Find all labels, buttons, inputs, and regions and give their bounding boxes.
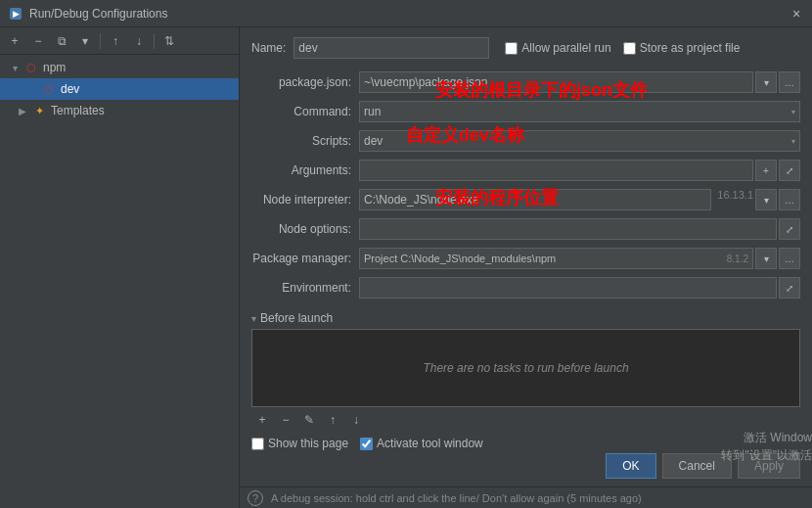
environment-browse-btn[interactable]: ⤢ xyxy=(779,277,800,299)
apply-button[interactable]: Apply xyxy=(738,453,800,479)
separator xyxy=(100,33,101,49)
node-interpreter-label: Node interpreter: xyxy=(251,193,359,207)
sidebar-toolbar: + − ⧉ ▾ ↑ ↓ ⇅ xyxy=(0,27,239,55)
app-icon: ▶ xyxy=(8,6,23,22)
before-launch-remove-btn[interactable]: − xyxy=(275,409,296,431)
arguments-field: + ⤢ xyxy=(359,160,800,181)
environment-field: ⤢ xyxy=(359,277,800,299)
before-launch-down-btn[interactable]: ↓ xyxy=(345,409,367,431)
scripts-dropdown-arrow: ▾ xyxy=(791,137,795,146)
show-page-checkbox[interactable] xyxy=(251,438,264,450)
sidebar-item-dev[interactable]: ⬡ dev xyxy=(0,78,239,100)
help-button[interactable]: ? xyxy=(248,490,263,506)
environment-label: Environment: xyxy=(251,281,359,295)
arguments-input[interactable] xyxy=(359,160,753,181)
close-button[interactable]: × xyxy=(789,6,804,22)
allow-parallel-row: Allow parallel run xyxy=(505,41,610,55)
command-value: run xyxy=(364,105,381,118)
show-page-label: Show this page xyxy=(268,437,348,450)
scripts-dropdown[interactable]: dev ▾ xyxy=(359,130,800,152)
command-dropdown-arrow: ▾ xyxy=(791,108,795,116)
node-interpreter-browse-btn[interactable]: … xyxy=(779,189,800,210)
dialog-title: Run/Debug Configurations xyxy=(29,7,789,21)
config-panel: Name: Allow parallel run Store as projec… xyxy=(240,27,812,508)
scripts-field: dev ▾ xyxy=(359,130,800,152)
svg-text:▶: ▶ xyxy=(13,9,20,19)
templates-icon: ✦ xyxy=(31,103,47,118)
package-json-row: package.json: ▾ … xyxy=(251,70,800,94)
cancel-button[interactable]: Cancel xyxy=(662,453,732,479)
name-input[interactable] xyxy=(293,37,489,59)
add-config-button[interactable]: + xyxy=(4,30,25,52)
node-interpreter-input[interactable] xyxy=(359,189,711,210)
scripts-label: Scripts: xyxy=(251,134,359,148)
environment-input[interactable] xyxy=(359,277,777,299)
node-interpreter-dropdown-btn[interactable]: ▾ xyxy=(755,189,777,210)
sidebar-item-npm[interactable]: ▾ ⬡ npm xyxy=(0,57,239,78)
package-manager-value: Project C:\Node_JS\node_modules\npm xyxy=(364,253,556,264)
config-dropdown-button[interactable]: ▾ xyxy=(74,30,96,52)
before-launch-label: Before launch xyxy=(260,311,333,325)
node-options-expand-btn[interactable]: ⤢ xyxy=(779,218,800,240)
package-json-input-group: ▾ … xyxy=(359,71,800,93)
dev-npm-icon: ⬡ xyxy=(41,81,57,97)
activate-tool-checkbox[interactable] xyxy=(360,438,373,450)
copy-config-button[interactable]: ⧉ xyxy=(51,30,72,52)
arguments-row: Arguments: + ⤢ xyxy=(251,159,800,182)
package-manager-version: 8.1.2 xyxy=(727,254,748,264)
templates-arrow: ▶ xyxy=(16,104,29,117)
separator2 xyxy=(154,33,155,49)
allow-parallel-label: Allow parallel run xyxy=(521,41,610,55)
status-bar: ? A debug session: hold ctrl and click t… xyxy=(240,486,812,508)
node-version-badge: 16.13.1 xyxy=(717,189,753,210)
package-manager-browse-btn[interactable]: … xyxy=(779,248,800,269)
allow-parallel-checkbox[interactable] xyxy=(505,42,518,55)
package-manager-field: Project C:\Node_JS\node_modules\npm 8.1.… xyxy=(359,248,800,269)
before-launch-up-btn[interactable]: ↑ xyxy=(322,409,343,431)
package-manager-label: Package manager: xyxy=(251,252,359,265)
command-row: Command: run ▾ xyxy=(251,100,800,123)
name-row: Name: Allow parallel run Store as projec… xyxy=(251,35,800,61)
package-manager-row: Package manager: Project C:\Node_JS\node… xyxy=(251,247,800,270)
package-manager-dropdown[interactable]: Project C:\Node_JS\node_modules\npm 8.1.… xyxy=(359,248,753,269)
before-launch-add-btn[interactable]: + xyxy=(251,409,273,431)
dialog-buttons: OK Cancel Apply xyxy=(606,453,800,479)
name-field-label: Name: xyxy=(251,41,286,55)
title-bar: ▶ Run/Debug Configurations × xyxy=(0,0,812,27)
environment-row: Environment: ⤢ xyxy=(251,276,800,300)
sort-button[interactable]: ⇅ xyxy=(158,30,180,52)
sidebar: + − ⧉ ▾ ↑ ↓ ⇅ ▾ ⬡ npm ⬡ dev ▶ xyxy=(0,27,240,508)
bottom-options: Show this page Activate tool window xyxy=(251,437,800,450)
node-interpreter-field: 16.13.1 ▾ … xyxy=(359,189,800,210)
environment-input-group: ⤢ xyxy=(359,277,800,299)
arguments-add-btn[interactable]: + xyxy=(755,160,777,181)
before-launch-body: There are no tasks to run before launch xyxy=(251,329,800,407)
move-down-button[interactable]: ↓ xyxy=(128,30,150,52)
package-manager-dropdown-btn[interactable]: ▾ xyxy=(755,248,777,269)
store-as-project-label: Store as project file xyxy=(640,41,741,55)
node-options-input[interactable] xyxy=(359,218,777,240)
before-launch-toolbar: + − ✎ ↑ ↓ xyxy=(251,409,800,431)
package-json-dropdown-btn[interactable]: ▾ xyxy=(755,71,777,93)
node-options-label: Node options: xyxy=(251,222,359,236)
package-json-field: ▾ … xyxy=(359,71,800,93)
package-json-input[interactable] xyxy=(359,71,753,93)
no-tasks-text: There are no tasks to run before launch xyxy=(423,361,628,375)
remove-config-button[interactable]: − xyxy=(27,30,49,52)
activate-tool-option[interactable]: Activate tool window xyxy=(360,437,483,450)
sidebar-item-templates[interactable]: ▶ ✦ Templates xyxy=(0,100,239,121)
command-label: Command: xyxy=(251,105,359,118)
command-field: run ▾ xyxy=(359,101,800,122)
ok-button[interactable]: OK xyxy=(606,453,655,479)
npm-label: npm xyxy=(43,61,66,74)
move-up-button[interactable]: ↑ xyxy=(105,30,126,52)
arguments-expand-btn[interactable]: ⤢ xyxy=(779,160,800,181)
command-dropdown[interactable]: run ▾ xyxy=(359,101,800,122)
node-options-row: Node options: ⤢ xyxy=(251,217,800,241)
store-as-project-checkbox[interactable] xyxy=(623,42,636,55)
scripts-value: dev xyxy=(364,134,383,148)
package-json-browse-btn[interactable]: … xyxy=(779,71,800,93)
before-launch-edit-btn[interactable]: ✎ xyxy=(298,409,320,431)
before-launch-collapse[interactable]: ▾ xyxy=(251,313,256,324)
show-page-option[interactable]: Show this page xyxy=(251,437,348,450)
